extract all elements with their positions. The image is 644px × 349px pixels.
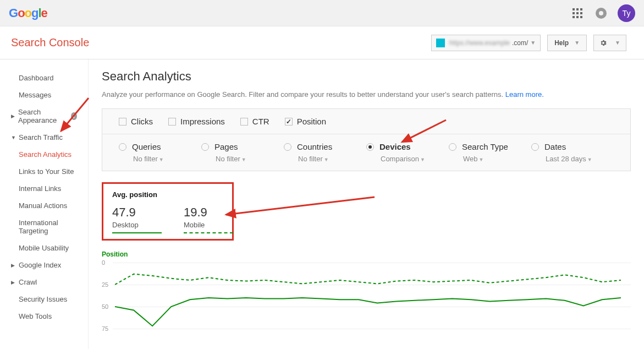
checkbox-icon — [119, 118, 126, 126]
sidebar-item-intl-targeting[interactable]: International Targeting — [0, 214, 88, 239]
sidebar-label: Search Traffic — [19, 133, 63, 141]
sidebar-item-google-index[interactable]: ▶Google Index — [0, 257, 88, 274]
sidebar-label: Internal Links — [19, 184, 61, 193]
notifications-icon[interactable] — [596, 8, 607, 19]
gear-icon — [599, 39, 607, 47]
y-tick: 75 — [102, 325, 108, 332]
dim-dates[interactable]: Dates Last 28 days▼ — [531, 142, 614, 163]
legend-line-solid — [112, 232, 162, 233]
help-label: Help — [554, 39, 569, 47]
page-description: Analyze your performance on Google Searc… — [102, 90, 631, 99]
sidebar-label: Web Tools — [19, 312, 52, 320]
site-favicon-icon — [436, 39, 445, 47]
sidebar-item-web-tools[interactable]: Web Tools — [0, 308, 88, 325]
filter-bar: Clicks Impressions CTR Position Queries … — [102, 108, 631, 171]
chevron-down-icon: ▼ — [241, 157, 246, 162]
dim-sub: Web — [463, 155, 478, 163]
sidebar-label: Search Analytics — [19, 150, 71, 159]
stat-desktop: 47.9 Desktop — [112, 205, 162, 233]
sidebar-item-manual-actions[interactable]: Manual Actions — [0, 197, 88, 214]
chevron-down-icon: ▼ — [159, 157, 164, 162]
radio-selected-icon — [366, 143, 374, 151]
metric-label: Impressions — [180, 117, 225, 126]
metric-position[interactable]: Position — [285, 117, 326, 126]
sidebar-item-internal-links[interactable]: Internal Links — [0, 180, 88, 197]
caret-right-icon: ▶ — [11, 263, 15, 268]
checkbox-icon — [168, 118, 176, 126]
stat-value: 19.9 — [184, 205, 233, 220]
dim-devices[interactable]: Devices Comparison▼ — [366, 142, 449, 163]
settings-button[interactable]: ▼ — [593, 35, 626, 51]
sidebar-label: Search Appearance — [18, 108, 68, 124]
dim-label: Search Type — [462, 142, 508, 151]
console-header: Search Console https://www.example .com/… — [0, 26, 644, 59]
sidebar-label: Dashboard — [19, 74, 54, 82]
dim-sub: Comparison — [381, 155, 419, 163]
radio-icon — [449, 143, 456, 151]
radio-icon — [119, 143, 126, 151]
page-desc-text: Analyze your performance on Google Searc… — [102, 90, 505, 99]
chevron-down-icon: ▼ — [530, 40, 536, 46]
dim-pages[interactable]: Pages No filter▼ — [201, 142, 284, 163]
sidebar-label: Google Index — [19, 261, 61, 269]
dim-label: Countries — [297, 142, 332, 151]
sidebar-item-mobile-usability[interactable]: Mobile Usability — [0, 239, 88, 257]
sidebar-item-search-analytics[interactable]: Search Analytics — [0, 146, 88, 163]
caret-right-icon: ▶ — [11, 280, 15, 285]
chevron-down-icon: ▼ — [479, 157, 484, 162]
sidebar-item-dashboard[interactable]: Dashboard — [0, 69, 88, 86]
site-selector[interactable]: https://www.example .com/ ▼ — [431, 35, 541, 51]
sidebar: Dashboard Messages ▶Search Appearancei ▼… — [0, 59, 88, 349]
sidebar-label: Links to Your Site — [19, 167, 74, 176]
chevron-down-icon: ▼ — [587, 157, 592, 162]
sidebar-item-links-to-site[interactable]: Links to Your Site — [0, 163, 88, 180]
chevron-down-icon: ▼ — [420, 157, 425, 162]
caret-right-icon: ▶ — [11, 113, 15, 119]
dim-queries[interactable]: Queries No filter▼ — [119, 142, 201, 163]
radio-icon — [531, 143, 539, 151]
sidebar-item-search-appearance[interactable]: ▶Search Appearancei — [0, 103, 88, 129]
sidebar-label: Security Issues — [19, 295, 67, 303]
sidebar-label: Crawl — [19, 278, 37, 286]
avatar[interactable]: Ty — [618, 4, 635, 22]
sidebar-label: Manual Actions — [19, 201, 67, 210]
metric-label: CTR — [252, 117, 269, 126]
stat-value: 47.9 — [112, 205, 162, 220]
apps-icon[interactable] — [573, 8, 582, 18]
dim-label: Pages — [214, 142, 238, 151]
dim-sub: Last 28 days — [546, 155, 586, 163]
avg-position-box: Avg. position 47.9 Desktop 19.9 Mobile — [102, 182, 234, 241]
stat-label: Mobile — [184, 221, 233, 229]
google-logo[interactable]: Google — [9, 6, 47, 20]
metric-row: Clicks Impressions CTR Position — [102, 109, 630, 134]
chevron-down-icon: ▼ — [615, 40, 620, 46]
metric-impressions[interactable]: Impressions — [168, 117, 225, 126]
dim-countries[interactable]: Countries No filter▼ — [284, 142, 366, 163]
metric-ctr[interactable]: CTR — [240, 117, 269, 126]
page-title: Search Analytics — [102, 69, 631, 84]
sidebar-label: International Targeting — [19, 219, 77, 235]
sidebar-item-messages[interactable]: Messages — [0, 86, 88, 103]
sidebar-item-crawl[interactable]: ▶Crawl — [0, 274, 88, 291]
help-button[interactable]: Help ▼ — [547, 35, 587, 51]
sidebar-item-search-traffic[interactable]: ▼Search Traffic — [0, 129, 88, 146]
y-tick: 25 — [102, 281, 108, 288]
dim-search-type[interactable]: Search Type Web▼ — [449, 142, 531, 163]
svg-line-2 — [226, 197, 375, 215]
google-header: Google Ty — [0, 0, 644, 26]
site-url-blurred: https://www.example — [449, 39, 510, 47]
dim-sub: No filter — [133, 155, 158, 163]
dimension-row: Queries No filter▼ Pages No filter▼ Coun… — [102, 134, 630, 171]
y-tick: 0 — [102, 259, 105, 266]
sidebar-label: Messages — [19, 91, 51, 99]
metric-clicks[interactable]: Clicks — [119, 117, 153, 126]
checkbox-checked-icon — [285, 118, 293, 126]
chart-svg — [115, 260, 621, 343]
dim-label: Dates — [544, 142, 566, 151]
console-title: Search Console — [11, 36, 89, 49]
stat-mobile: 19.9 Mobile — [184, 205, 233, 233]
sidebar-label: Mobile Usability — [19, 244, 69, 252]
sidebar-item-security[interactable]: Security Issues — [0, 291, 88, 308]
learn-more-link[interactable]: Learn more. — [505, 90, 544, 99]
y-tick: 50 — [102, 303, 108, 310]
